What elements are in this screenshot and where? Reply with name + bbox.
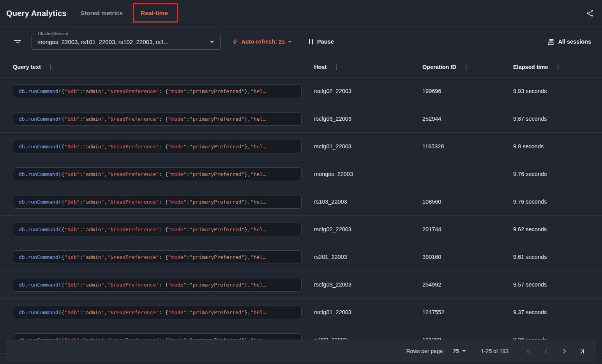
- chevron-left-icon: [542, 347, 550, 355]
- all-sessions-label: All sessions: [558, 39, 591, 45]
- host-cell: rs103_22003: [314, 199, 422, 205]
- tab-real-time[interactable]: Real-time: [141, 0, 168, 26]
- table-header: Query text ⋮ Host ⋮ Operation ID ⋮ Elaps…: [0, 56, 602, 77]
- all-sessions-button[interactable]: All sessions: [547, 38, 591, 46]
- rows-per-page-label: Rows per page: [406, 348, 443, 354]
- table-row[interactable]: db.runCommand({ "$db": "admin", "$readPr…: [0, 216, 602, 243]
- query-text[interactable]: db.runCommand({ "$db": "admin", "$readPr…: [13, 195, 302, 209]
- elapsed-time-cell: 9.76 seconds: [513, 171, 602, 177]
- query-text[interactable]: db.runCommand({ "$db": "admin", "$readPr…: [13, 223, 302, 236]
- host-cell: mongos_22003: [314, 171, 422, 177]
- elapsed-time-cell: 9.8 seconds: [513, 143, 602, 149]
- operation-id-cell: 108560: [422, 199, 513, 205]
- page-title: Query Analytics: [6, 9, 67, 18]
- host-cell: rscfg02_22003: [314, 226, 422, 232]
- rows-per-page-value: 25: [453, 348, 459, 354]
- query-text[interactable]: db.runCommand({ "$db": "admin", "$readPr…: [13, 306, 302, 319]
- auto-refresh-label: Auto-refresh: 2s: [241, 39, 285, 45]
- rows-per-page-select[interactable]: 25: [453, 348, 466, 354]
- table-row[interactable]: db.runCommand({ "$db": "admin", "$readPr…: [0, 105, 602, 133]
- pause-button[interactable]: Pause: [309, 39, 334, 45]
- operation-id-cell: 1165328: [422, 143, 513, 149]
- query-text[interactable]: db.runCommand({ "$db": "admin", "$readPr…: [13, 250, 302, 264]
- table-row[interactable]: db.runCommand({ "$db": "admin", "$readPr…: [0, 77, 602, 105]
- host-cell: rscfg02_22003: [314, 88, 422, 94]
- next-page-button[interactable]: [559, 346, 569, 356]
- auto-refresh-control[interactable]: Auto-refresh: 2s: [232, 38, 292, 45]
- host-cell: rs201_22003: [314, 254, 422, 260]
- column-menu-icon[interactable]: ⋮: [334, 64, 339, 70]
- query-text[interactable]: db.runCommand({ "$db": "admin", "$readPr…: [13, 140, 302, 153]
- pause-icon: [309, 39, 313, 44]
- cluster-service-label: Cluster/Service: [36, 31, 70, 36]
- column-menu-icon[interactable]: ⋮: [48, 64, 54, 70]
- column-header-query-text: Query text: [13, 64, 41, 70]
- all-sessions-icon: [547, 38, 554, 46]
- table-row[interactable]: db.runCommand({ "$db": "admin", "$readPr…: [0, 133, 602, 160]
- elapsed-time-cell: 9.76 seconds: [513, 199, 602, 205]
- pager-controls: [523, 346, 587, 356]
- elapsed-time-cell: 9.62 seconds: [513, 226, 602, 232]
- operation-id-cell: 201744: [422, 226, 513, 232]
- tab-stored-metrics[interactable]: Stored metrics: [81, 0, 123, 26]
- host-cell: rscfg01_22003: [314, 309, 422, 315]
- operation-id-cell: 252944: [422, 116, 513, 122]
- table-body: db.runCommand({ "$db": "admin", "$readPr…: [0, 77, 602, 354]
- elapsed-time-cell: 9.37 seconds: [513, 309, 602, 315]
- query-analytics-page: Query Analytics Stored metrics Real-time…: [0, 0, 602, 364]
- query-text[interactable]: db.runCommand({ "$db": "admin", "$readPr…: [13, 112, 302, 126]
- elapsed-time-cell: 9.57 seconds: [513, 281, 602, 288]
- host-cell: rscfg03_22003: [314, 281, 422, 288]
- toolbar: Cluster/Service mongos_22003, rs101_2200…: [0, 27, 602, 56]
- table-row[interactable]: db.runCommand({ "$db": "admin", "$readPr…: [0, 271, 602, 299]
- cluster-service-select[interactable]: Cluster/Service mongos_22003, rs101_2200…: [32, 34, 221, 50]
- elapsed-time-cell: 9.61 seconds: [513, 254, 602, 260]
- chevron-right-icon: [560, 347, 568, 355]
- column-header-host: Host: [314, 64, 327, 70]
- top-header: Query Analytics Stored metrics Real-time: [0, 0, 602, 27]
- first-page-button[interactable]: [523, 346, 533, 356]
- pagination-bar: Rows per page 25 1-25 of 193: [6, 339, 596, 362]
- chevron-down-icon: [462, 350, 466, 352]
- table-row[interactable]: db.runCommand({ "$db": "admin", "$readPr…: [0, 160, 602, 188]
- column-header-operation-id: Operation ID: [422, 64, 456, 70]
- lightning-icon: [232, 38, 238, 45]
- column-header-elapsed-time: Elapsed time: [513, 64, 548, 70]
- elapsed-time-cell: 9.87 seconds: [513, 116, 602, 122]
- cluster-service-value: mongos_22003, rs101_22003, rs102_22003, …: [37, 39, 169, 45]
- column-menu-icon[interactable]: ⋮: [463, 64, 469, 70]
- filter-icon[interactable]: [13, 40, 22, 43]
- query-text[interactable]: db.runCommand({ "$db": "admin", "$readPr…: [13, 278, 302, 292]
- host-cell: rscfg01_22003: [314, 143, 422, 149]
- first-page-icon: [524, 347, 532, 355]
- operation-id-cell: 254992: [422, 281, 513, 288]
- query-text[interactable]: db.runCommand({ "$db": "admin", "$readPr…: [13, 167, 302, 181]
- share-icon[interactable]: [586, 9, 594, 18]
- tab-bar: Stored metrics Real-time: [81, 0, 168, 26]
- page-range-label: 1-25 of 193: [481, 348, 508, 354]
- table-row[interactable]: db.runCommand({ "$db": "admin", "$readPr…: [0, 188, 602, 216]
- column-menu-icon[interactable]: ⋮: [555, 64, 561, 70]
- last-page-button[interactable]: [577, 346, 587, 356]
- last-page-icon: [578, 347, 586, 355]
- host-cell: rscfg03_22003: [314, 116, 422, 122]
- operation-id-cell: 199696: [422, 88, 513, 94]
- chevron-down-icon: [210, 41, 214, 43]
- operation-id-cell: 1217552: [422, 309, 513, 315]
- operation-id-cell: 390160: [422, 254, 513, 260]
- elapsed-time-cell: 9.93 seconds: [513, 88, 602, 94]
- query-text[interactable]: db.runCommand({ "$db": "admin", "$readPr…: [13, 84, 302, 98]
- pause-label: Pause: [317, 39, 334, 45]
- table-row[interactable]: db.runCommand({ "$db": "admin", "$readPr…: [0, 299, 602, 326]
- table-row[interactable]: db.runCommand({ "$db": "admin", "$readPr…: [0, 243, 602, 271]
- previous-page-button[interactable]: [541, 346, 551, 356]
- chevron-down-icon: [288, 41, 292, 43]
